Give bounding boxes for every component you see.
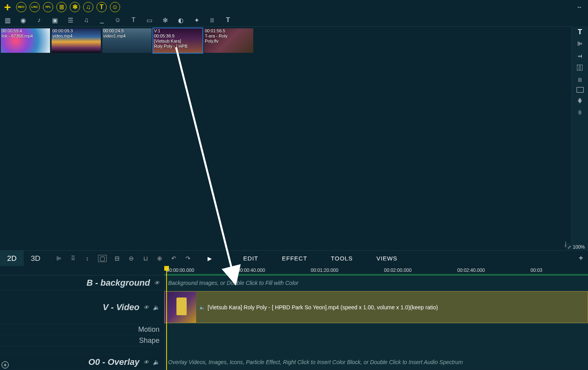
track-overlay[interactable]: O0 - Overlay 👁 🔈 Overlay Videos, Images,… bbox=[0, 354, 588, 370]
contrast-icon[interactable]: ◐ bbox=[177, 17, 184, 24]
asterisk-icon[interactable]: ✻ bbox=[161, 17, 169, 24]
track-hint: Overlay Videos, Images, Icons, Particle … bbox=[168, 359, 463, 365]
speaker-icon[interactable]: 🔈 bbox=[153, 359, 160, 365]
lrc-button[interactable]: LRC bbox=[30, 2, 40, 12]
puzzle-icon[interactable]: ✦ bbox=[193, 17, 200, 24]
bigtext-icon[interactable]: T bbox=[224, 17, 232, 24]
ruler-tick: 00:00:00.000 bbox=[167, 268, 194, 273]
tl-grid-icon[interactable]: ⠿ bbox=[70, 255, 77, 262]
rp-align-left-icon[interactable]: ⊫ bbox=[575, 40, 585, 48]
panel-icon[interactable]: ▥ bbox=[4, 17, 11, 24]
timeline-clip-label: [Vietsub Kara] Roly Poly - [ HPBD Park S… bbox=[208, 304, 438, 311]
text-circle-icon[interactable]: T bbox=[96, 2, 107, 12]
ruler-tick: 00:02:40.000 bbox=[457, 268, 485, 273]
clip-label: 00:00:24.9video1.mp4 bbox=[103, 28, 151, 39]
clip-label: 00:00:09.3video.mp4 bbox=[52, 28, 100, 39]
zoom-label[interactable]: ⤢100% bbox=[566, 244, 586, 251]
tl-redo-icon[interactable]: ↷ bbox=[185, 255, 192, 262]
snapshot-icon[interactable]: ▣ bbox=[51, 17, 58, 24]
right-panel: T ⊫ ⫤ ⿲ ⫼ ⋕ ⋕ bbox=[571, 26, 588, 250]
timeline-ruler[interactable]: 00:00:00.000 00:00:40.000 00:01:20.000 0… bbox=[164, 266, 588, 275]
music-icon[interactable]: ♪ bbox=[35, 17, 43, 24]
tl-undo-icon[interactable]: ↶ bbox=[171, 255, 178, 262]
tl-updown-icon[interactable]: ↕ bbox=[84, 255, 91, 262]
visibility-icon[interactable]: 👁 bbox=[154, 280, 160, 286]
rp-grid-icon[interactable]: ⋕ bbox=[575, 97, 585, 104]
rec-button[interactable]: REC bbox=[16, 2, 26, 12]
media-clip[interactable]: 00:00:09.3video.mp4 bbox=[52, 28, 101, 53]
timeline-clip[interactable]: 🔈 [Vietsub Kara] Roly Poly - [ HPBD Park… bbox=[164, 291, 588, 323]
track-label: O0 - Overlay bbox=[88, 357, 139, 367]
menu-effect[interactable]: EFFECT bbox=[282, 255, 307, 262]
timeline-clip-thumb bbox=[165, 292, 196, 323]
view-2d-button[interactable]: 2D bbox=[0, 251, 24, 266]
piano-icon[interactable]: ♫ bbox=[83, 2, 93, 12]
resize-horizontal-icon[interactable]: ↔ bbox=[577, 4, 582, 10]
rp-bars-icon[interactable]: ⫼ bbox=[575, 75, 585, 83]
tl-ruler-icon[interactable]: ⊔ bbox=[142, 255, 149, 262]
scissors-icon[interactable]: ⎯ bbox=[98, 17, 106, 24]
list-icon[interactable]: ≣ bbox=[56, 2, 67, 12]
ruler-tick: 00:01:20.000 bbox=[311, 268, 338, 273]
clip-label: 00:00:59.4Ink - 67358.mp4 bbox=[2, 28, 49, 39]
ruler-tick: 00:00:40.000 bbox=[237, 268, 265, 273]
rp-columns-icon[interactable]: ⿲ bbox=[575, 63, 585, 71]
track-hint: Background Images, or Double Click to Fi… bbox=[168, 280, 299, 286]
rp-text-icon[interactable]: T bbox=[575, 28, 585, 36]
menu-views[interactable]: VIEWS bbox=[377, 255, 397, 262]
media-clip[interactable]: 00:00:24.9video1.mp4 bbox=[102, 28, 152, 53]
media-clip[interactable]: 00:00:59.4Ink - 67358.mp4 bbox=[1, 28, 50, 53]
flower-icon[interactable]: ✻ bbox=[70, 2, 80, 12]
tl-frame-icon[interactable]: ▢ bbox=[98, 255, 107, 262]
visibility-icon[interactable]: 👁 bbox=[143, 359, 149, 365]
tpl-button[interactable]: TPL bbox=[43, 2, 53, 12]
playhead-line[interactable] bbox=[166, 266, 167, 370]
track-shape[interactable]: Shape bbox=[0, 335, 588, 346]
track-label: Shape bbox=[139, 337, 160, 345]
battery-icon[interactable]: ▭ bbox=[146, 17, 153, 24]
track-motion[interactable]: Motion bbox=[0, 324, 588, 335]
track-label: B - background bbox=[87, 278, 150, 288]
media-bin[interactable]: 00:00:59.4Ink - 67358.mp4 00:00:09.3vide… bbox=[0, 26, 571, 250]
equalizer-icon[interactable]: ⫼ bbox=[209, 17, 216, 24]
speaker-icon[interactable]: 🔈 bbox=[153, 304, 160, 311]
clip-speaker-icon[interactable]: 🔈 bbox=[199, 305, 205, 310]
tl-zoomin-icon[interactable]: ⊕ bbox=[156, 255, 163, 262]
menu-tools[interactable]: TOOLS bbox=[331, 255, 353, 262]
play-button[interactable]: ▶ bbox=[208, 255, 212, 262]
menu-edit[interactable]: EDIT bbox=[243, 255, 258, 262]
user-icon[interactable]: ☺ bbox=[110, 2, 120, 12]
ruler-tick: 00:03 bbox=[530, 268, 542, 273]
track-label: Motion bbox=[138, 325, 160, 334]
list2-icon[interactable]: ☰ bbox=[67, 17, 74, 24]
view-3d-button[interactable]: 3D bbox=[24, 251, 47, 266]
visibility-icon[interactable]: 👁 bbox=[143, 304, 149, 311]
tl-align-icon[interactable]: ⊫ bbox=[56, 255, 63, 262]
media-clip-selected[interactable]: V:100:05:38.9[Vietsub Kara]Roly Poly - [… bbox=[153, 28, 202, 53]
track-background[interactable]: B - background 👁 Background Images, or D… bbox=[0, 275, 588, 290]
clip-label: V:100:05:38.9[Vietsub Kara]Roly Poly - [… bbox=[154, 28, 202, 49]
rp-grid-fine-icon[interactable]: ⋕ bbox=[575, 108, 585, 116]
add-button[interactable]: + bbox=[2, 2, 13, 13]
piano2-icon[interactable]: ♫ bbox=[83, 17, 90, 24]
timeline-add-button[interactable]: + bbox=[579, 254, 583, 263]
rp-align-right-icon[interactable]: ⫤ bbox=[575, 52, 585, 59]
ruler-tick: 00:02:00.000 bbox=[384, 268, 412, 273]
track-spacer bbox=[0, 346, 588, 354]
track-label: V - Video bbox=[103, 302, 139, 312]
tl-zoomout-icon[interactable]: ⊖ bbox=[128, 255, 135, 262]
add-track-button[interactable]: + bbox=[2, 361, 9, 368]
track-video[interactable]: V - Video 👁 🔈 🔈 [Vietsub Kara] Roly Poly… bbox=[0, 290, 588, 324]
camera-icon[interactable]: ◉ bbox=[20, 17, 27, 24]
face-icon[interactable]: ☺ bbox=[114, 17, 121, 24]
tl-split-icon[interactable]: ⊟ bbox=[114, 255, 121, 262]
clip-label: 00:01:56.5T-ara - RolyPoly.flv bbox=[205, 28, 252, 44]
text-icon[interactable]: T bbox=[130, 17, 137, 24]
rp-frame-icon[interactable] bbox=[577, 87, 584, 93]
media-clip[interactable]: 00:01:56.5T-ara - RolyPoly.flv bbox=[204, 28, 253, 53]
